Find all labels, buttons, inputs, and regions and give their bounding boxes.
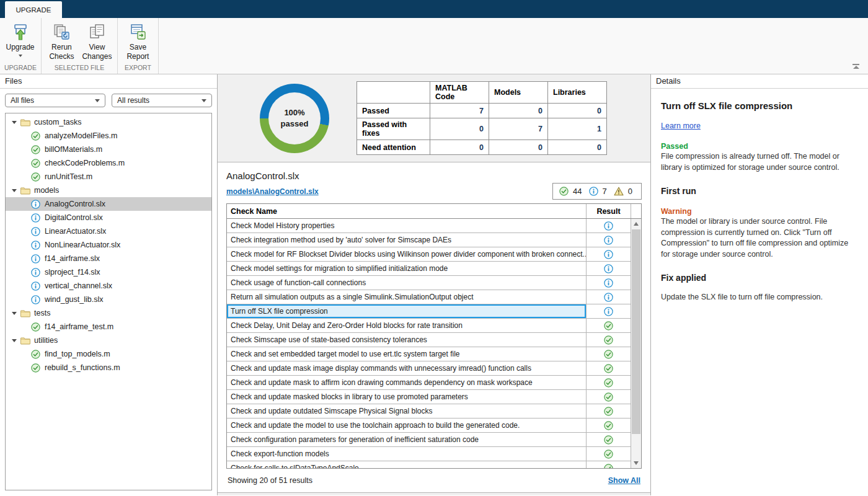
check-row[interactable]: Check and update mask image display comm…	[227, 361, 631, 376]
result-cell[interactable]	[587, 262, 631, 275]
check-name-cell[interactable]: Turn off SLX file compression	[227, 304, 587, 318]
collapse-ribbon-icon[interactable]	[852, 64, 859, 69]
expander-icon[interactable]	[12, 312, 17, 315]
check-name-cell[interactable]: Check and update outdated Simscape Physi…	[227, 404, 587, 418]
learn-more-link[interactable]: Learn more	[661, 122, 701, 130]
check-row[interactable]: Check model settings for migration to si…	[227, 262, 631, 276]
result-cell[interactable]	[587, 376, 631, 389]
check-name-cell[interactable]: Check export-function models	[227, 447, 587, 461]
result-cell[interactable]	[587, 461, 631, 468]
summary-section: 100% passed MATLAB Code Models Libraries…	[218, 74, 650, 162]
check-name-cell[interactable]: Check model for RF Blockset Divider bloc…	[227, 247, 587, 261]
result-cell[interactable]	[587, 233, 631, 247]
save-report-button[interactable]: Save Report	[121, 20, 155, 63]
tree-file-item[interactable]: checkCodeProblems.m	[6, 156, 211, 170]
check-name-cell[interactable]: Check for calls to slDataTypeAndScale	[227, 461, 587, 468]
files-panel-title: Files	[0, 74, 217, 89]
check-row[interactable]: Check configuration parameters for gener…	[227, 433, 631, 447]
result-cell[interactable]	[587, 304, 631, 318]
check-name-cell[interactable]: Check usage of function-call connections	[227, 276, 587, 290]
tree-folder-item[interactable]: tests	[6, 306, 211, 320]
tab-upgrade[interactable]: UPGRADE	[5, 1, 62, 18]
check-row[interactable]: Check Delay, Unit Delay and Zero-Order H…	[227, 319, 631, 333]
table-scrollbar[interactable]	[631, 219, 641, 468]
tree-file-item[interactable]: DigitalControl.slx	[6, 211, 211, 224]
view-changes-button[interactable]: View Changes	[80, 20, 114, 63]
tree-file-item[interactable]: vertical_channel.slx	[6, 279, 211, 293]
check-row[interactable]: Check and update the model to use the to…	[227, 418, 631, 433]
check-row[interactable]: Check model for RF Blockset Divider bloc…	[227, 247, 631, 262]
rerun-checks-button[interactable]: Rerun Checks	[45, 20, 79, 63]
tree-file-item[interactable]: f14_airframe.slx	[6, 252, 211, 265]
tree-item-label: billOfMaterials.m	[45, 145, 102, 154]
check-row[interactable]: Check Simscape use of state-based consis…	[227, 333, 631, 347]
tree-file-item[interactable]: runUnitTest.m	[6, 170, 211, 184]
check-name-cell[interactable]: Check Delay, Unit Delay and Zero-Order H…	[227, 319, 587, 332]
check-name-cell[interactable]: Check configuration parameters for gener…	[227, 433, 587, 446]
check-row[interactable]: Check and update mask to affirm icon dra…	[227, 376, 631, 390]
check-name-cell[interactable]: Check Simscape use of state-based consis…	[227, 333, 587, 347]
tree-item-label: f14_airframe.slx	[45, 254, 100, 263]
tree-file-item[interactable]: billOfMaterials.m	[6, 143, 211, 156]
tree-file-item[interactable]: AnalogControl.slx	[6, 197, 211, 211]
tree-file-item[interactable]: slproject_f14.slx	[6, 265, 211, 279]
result-cell[interactable]	[587, 433, 631, 446]
check-table-header: Check Name Result	[227, 204, 641, 219]
expander-icon[interactable]	[12, 339, 17, 342]
check-name-cell[interactable]: Check model settings for migration to si…	[227, 262, 587, 275]
selected-file-path-link[interactable]: models\AnalogControl.slx	[226, 187, 319, 196]
results-filter-select[interactable]: All results	[112, 94, 212, 107]
result-cell[interactable]	[587, 319, 631, 332]
result-cell[interactable]	[587, 247, 631, 261]
check-row[interactable]: Check and update masked blocks in librar…	[227, 390, 631, 404]
result-cell[interactable]	[587, 447, 631, 461]
check-row[interactable]: Check usage of function-call connections	[227, 276, 631, 290]
tree-file-item[interactable]: rebuild_s_functions.m	[6, 361, 211, 374]
files-filter-select[interactable]: All files	[5, 94, 105, 107]
expander-icon[interactable]	[12, 121, 17, 124]
check-name-cell[interactable]: Check and update masked blocks in librar…	[227, 390, 587, 404]
check-row[interactable]: Check export-function models	[227, 447, 631, 461]
check-row[interactable]: Check for calls to slDataTypeAndScale	[227, 461, 631, 468]
tree-item-label: analyzeModelFiles.m	[45, 131, 117, 140]
tree-file-item[interactable]: LinearActuator.slx	[6, 224, 211, 238]
ribbon-group-export: Save Report EXPORT	[118, 18, 159, 74]
tree-folder-item[interactable]: utilities	[6, 334, 211, 347]
check-row[interactable]: Return all simulation outputs as a singl…	[227, 290, 631, 304]
tree-file-item[interactable]: find_top_models.m	[6, 347, 211, 361]
tree-file-item[interactable]: NonLinearActuator.slx	[6, 238, 211, 252]
tree-folder-item[interactable]: models	[6, 184, 211, 197]
scroll-down-arrow-icon[interactable]	[634, 461, 639, 465]
details-section-heading: Fix applied	[661, 273, 858, 283]
result-cell[interactable]	[587, 290, 631, 304]
tree-folder-item[interactable]: custom_tasks	[6, 115, 211, 129]
check-name-cell[interactable]: Check and update mask image display comm…	[227, 361, 587, 375]
result-cell[interactable]	[587, 404, 631, 418]
result-cell[interactable]	[587, 219, 631, 232]
check-name-cell[interactable]: Check and set embedded target model to u…	[227, 347, 587, 361]
check-name-cell[interactable]: Check Model History properties	[227, 219, 587, 232]
check-name-cell[interactable]: Return all simulation outputs as a singl…	[227, 290, 587, 304]
expander-icon[interactable]	[12, 189, 17, 192]
result-cell[interactable]	[587, 347, 631, 361]
scrollbar-thumb[interactable]	[632, 229, 640, 434]
result-cell[interactable]	[587, 333, 631, 347]
tree-file-item[interactable]: analyzeModelFiles.m	[6, 129, 211, 143]
scroll-up-arrow-icon[interactable]	[634, 222, 639, 226]
check-name-cell[interactable]: Check and update the model to use the to…	[227, 418, 587, 432]
result-cell[interactable]	[587, 276, 631, 290]
result-cell[interactable]	[587, 361, 631, 375]
check-row[interactable]: Check Model History properties	[227, 219, 631, 233]
upgrade-button[interactable]: Upgrade	[3, 20, 37, 63]
tree-file-item[interactable]: wind_gust_lib.slx	[6, 293, 211, 306]
tree-file-item[interactable]: f14_airframe_test.m	[6, 320, 211, 334]
result-cell[interactable]	[587, 390, 631, 404]
check-row[interactable]: Turn off SLX file compression	[227, 304, 631, 319]
result-cell[interactable]	[587, 418, 631, 432]
check-name-cell[interactable]: Check integration method used by 'auto' …	[227, 233, 587, 247]
check-row[interactable]: Check and set embedded target model to u…	[227, 347, 631, 361]
show-all-link[interactable]: Show All	[608, 476, 640, 485]
check-row[interactable]: Check and update outdated Simscape Physi…	[227, 404, 631, 418]
check-row[interactable]: Check integration method used by 'auto' …	[227, 233, 631, 247]
check-name-cell[interactable]: Check and update mask to affirm icon dra…	[227, 376, 587, 389]
